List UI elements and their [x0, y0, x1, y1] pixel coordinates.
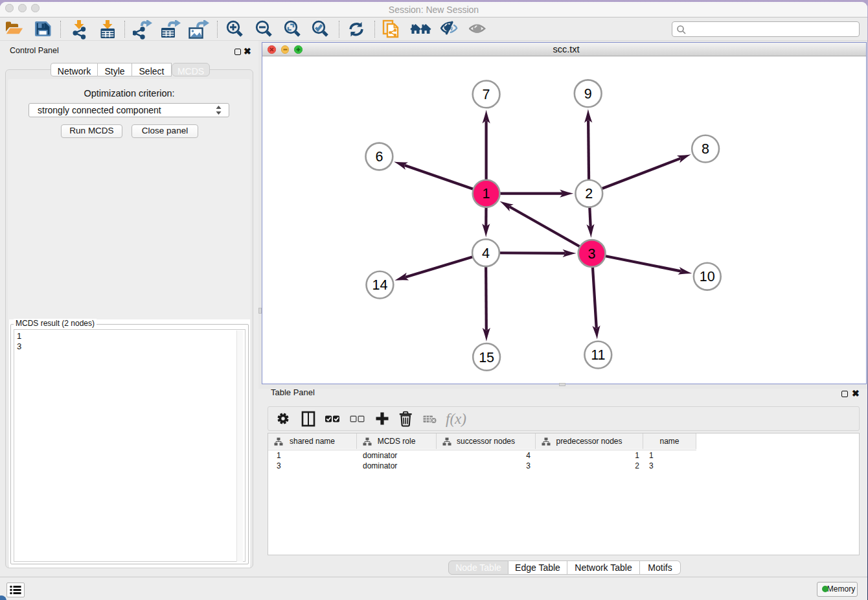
svg-text:8: 8 [702, 141, 709, 157]
svg-text:11: 11 [591, 347, 605, 363]
svg-text:f(x): f(x) [446, 411, 466, 427]
svg-text:3: 3 [588, 246, 596, 262]
svg-text:7: 7 [483, 87, 490, 102]
svg-text:15: 15 [479, 350, 494, 365]
svg-text:4: 4 [482, 246, 490, 261]
svg-text:2: 2 [585, 186, 593, 202]
svg-text:9: 9 [584, 86, 592, 102]
svg-text:1: 1 [483, 186, 490, 202]
svg-text:6: 6 [375, 149, 383, 165]
svg-text:10: 10 [700, 269, 715, 284]
svg-text:14: 14 [372, 277, 387, 293]
